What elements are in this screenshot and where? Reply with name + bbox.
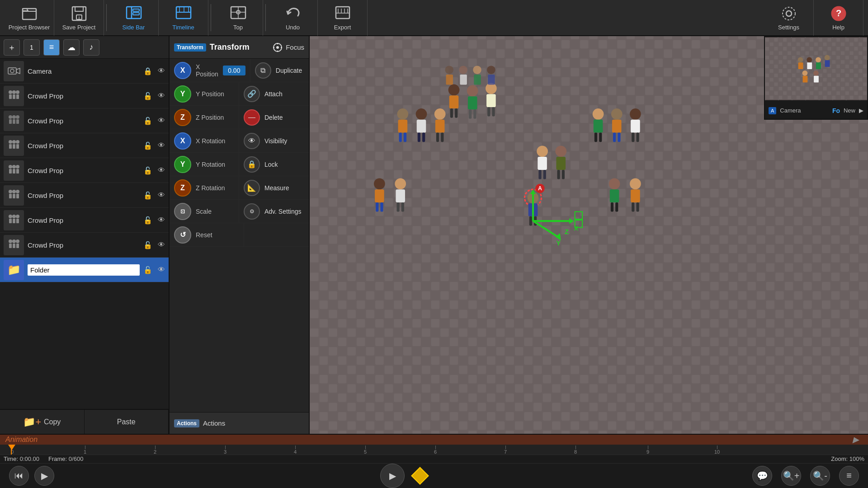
svg-rect-83 xyxy=(418,133,420,142)
svg-rect-104 xyxy=(543,170,546,179)
viewport-scene: A X Y Z xyxy=(310,36,868,434)
svg-point-155 xyxy=(445,66,453,74)
left-panel: ＋ 1 ≡ ☁ ♪ Camera 🔒 👁 xyxy=(0,36,170,434)
play-forward-button[interactable]: ▶ xyxy=(380,464,405,488)
scene-item-folder[interactable]: 📁 🔓 👁 xyxy=(0,258,169,282)
svg-rect-0 xyxy=(23,9,36,19)
eye-icon-4: 👁 xyxy=(158,141,165,150)
measure-button[interactable]: 📐 Measure xyxy=(239,176,309,199)
z-rotation-left: Z Z Rotation xyxy=(170,176,239,200)
side-bar-button[interactable]: Side Bar xyxy=(109,0,159,36)
svg-rect-78 xyxy=(398,120,408,133)
zoom-in-button[interactable]: 🔍+ xyxy=(781,466,801,486)
delete-button[interactable]: — Delete xyxy=(239,106,309,129)
lock-icon-8: 🔓 xyxy=(143,241,152,249)
copy-button[interactable]: 📁+ Copy xyxy=(0,410,85,434)
undo-button[interactable]: Undo xyxy=(268,0,318,36)
crowd1-icon xyxy=(4,86,24,106)
svg-rect-80 xyxy=(404,133,406,142)
svg-rect-107 xyxy=(557,170,560,179)
svg-rect-152 xyxy=(610,189,619,202)
folder-name-input[interactable] xyxy=(28,264,140,276)
lock-button[interactable]: 🔒 Lock xyxy=(239,153,309,176)
audio-button[interactable]: ♪ xyxy=(83,39,99,56)
eye-icon-5: 👁 xyxy=(158,166,165,174)
menu-button[interactable]: ≡ xyxy=(839,466,859,486)
scene-item-crowd3[interactable]: Crowd Prop 🔓 👁 xyxy=(0,133,169,158)
crowd6-label: Crowd Prop xyxy=(28,216,140,224)
duplicate-button[interactable]: ⧉ Duplicate xyxy=(250,59,309,82)
settings-button[interactable]: Settings xyxy=(764,0,814,36)
svg-rect-102 xyxy=(538,157,547,170)
svg-rect-36 xyxy=(9,144,12,149)
crowd4-icon xyxy=(4,160,24,181)
timeline-scroll-arrow[interactable]: ▶ xyxy=(853,435,859,445)
scene-item-crowd6[interactable]: Crowd Prop 🔓 👁 xyxy=(0,208,169,233)
focus-button[interactable]: Focus xyxy=(272,42,304,53)
attach-icon: 🔗 xyxy=(244,86,260,102)
svg-rect-90 xyxy=(468,96,477,109)
help-button[interactable]: ? Help xyxy=(814,0,863,36)
svg-rect-99 xyxy=(450,108,453,118)
crowd1-label: Crowd Prop xyxy=(28,92,140,100)
paste-button[interactable]: Paste xyxy=(85,410,169,434)
y-rotation-left: Y Y Rotation xyxy=(170,153,239,176)
scene-item-crowd2[interactable]: Crowd Prop 🔓 👁 xyxy=(0,108,169,133)
crowd5-icon xyxy=(4,185,24,206)
svg-point-139 xyxy=(611,108,623,120)
viewport[interactable]: A X Y Z xyxy=(310,36,868,434)
scene-toolbar: ＋ 1 ≡ ☁ ♪ xyxy=(0,36,169,59)
delete-icon: — xyxy=(244,109,260,126)
svg-point-157 xyxy=(459,66,467,74)
scene-item-crowd4[interactable]: Crowd Prop 🔓 👁 xyxy=(0,158,169,183)
svg-rect-136 xyxy=(594,120,603,133)
timeline-button[interactable]: Timeline xyxy=(159,0,208,36)
project-browser-button[interactable]: Project Browser xyxy=(5,0,54,36)
svg-point-31 xyxy=(12,115,16,119)
cloud-button[interactable]: ☁ xyxy=(63,39,80,56)
svg-point-57 xyxy=(16,215,19,218)
play-button[interactable]: ▶ xyxy=(34,466,54,486)
svg-rect-154 xyxy=(615,202,618,212)
keyframe-marker[interactable] xyxy=(411,467,429,485)
list-view-button[interactable]: ≡ xyxy=(43,39,60,56)
scene-item-crowd7[interactable]: Crowd Prop 🔓 👁 xyxy=(0,233,169,258)
svg-rect-21 xyxy=(8,68,16,74)
lock-icon-2: 🔓 xyxy=(143,92,152,100)
scene-item-camera[interactable]: Camera 🔒 👁 xyxy=(0,59,169,84)
mini-camera-bar: A Camera Fo New ▶ xyxy=(765,100,867,120)
svg-rect-160 xyxy=(474,75,481,85)
export-button[interactable]: Export xyxy=(318,0,368,36)
save-project-button[interactable]: Save Project xyxy=(54,0,104,36)
svg-rect-4 xyxy=(133,9,139,11)
svg-rect-150 xyxy=(636,202,639,212)
attach-button[interactable]: 🔗 Attach xyxy=(239,82,309,105)
select-mode-button[interactable]: 1 xyxy=(24,39,40,56)
top-view-button[interactable]: Top xyxy=(213,0,263,36)
svg-point-43 xyxy=(12,165,16,169)
svg-point-63 xyxy=(16,239,19,243)
scene-list: Camera 🔒 👁 Crowd Prop 🔓 xyxy=(0,59,169,409)
mini-cam-camera-label: Camera xyxy=(780,107,801,114)
svg-rect-24 xyxy=(9,94,12,99)
crowd2-label: Crowd Prop xyxy=(28,117,140,125)
svg-point-85 xyxy=(434,108,446,120)
zoom-indicator: Zoom: 100% xyxy=(831,455,864,462)
svg-rect-110 xyxy=(375,189,384,202)
time-indicator: Time: 0:00.00 xyxy=(4,455,39,462)
svg-point-180 xyxy=(813,70,819,76)
svg-rect-106 xyxy=(556,157,566,170)
adv-settings-button[interactable]: ⚙ Adv. Settings xyxy=(239,200,309,223)
add-item-button[interactable]: ＋ xyxy=(4,39,20,56)
zoom-out-button[interactable]: 🔍- xyxy=(810,466,830,486)
visibility-button[interactable]: 👁 Visibility xyxy=(239,129,309,152)
svg-rect-145 xyxy=(632,133,634,142)
y-position-label: Y Position xyxy=(196,90,234,98)
svg-point-47 xyxy=(9,190,12,193)
scene-item-crowd1[interactable]: Crowd Prop 🔓 👁 xyxy=(0,84,169,108)
x-axis-circle: X xyxy=(174,62,191,79)
comment-button[interactable]: 💬 xyxy=(752,466,772,486)
skip-to-start-button[interactable]: ⏮ xyxy=(9,466,29,486)
scene-item-crowd5[interactable]: Crowd Prop 🔓 👁 xyxy=(0,183,169,208)
y-position-left: Y Y Position xyxy=(170,82,239,106)
